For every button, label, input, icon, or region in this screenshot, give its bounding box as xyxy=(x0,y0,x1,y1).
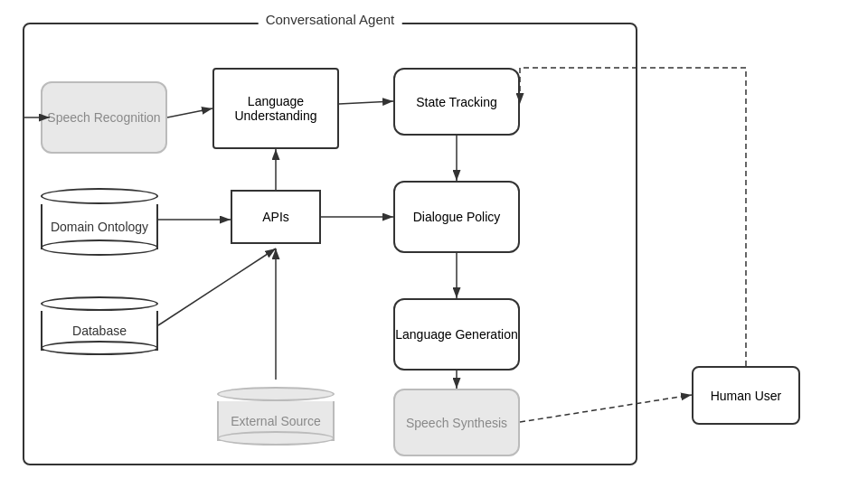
agent-label: Conversational Agent xyxy=(259,12,402,27)
domain-ontology-label: Domain Ontology xyxy=(51,220,148,234)
dialogue-policy-label: Dialogue Policy xyxy=(413,210,501,224)
speech-recognition-label: Speech Recognition xyxy=(47,110,160,125)
domain-ontology-node: Domain Ontology xyxy=(41,181,158,262)
speech-synthesis-label: Speech Synthesis xyxy=(406,416,507,430)
apis-node: APIs xyxy=(231,190,321,244)
diagram: Conversational Agent Human User Speech R… xyxy=(14,14,800,474)
external-source-label: External Source xyxy=(231,414,321,428)
state-tracking-node: State Tracking xyxy=(393,68,520,136)
human-user-box: Human User xyxy=(692,366,800,425)
language-generation-node: Language Generation xyxy=(393,298,520,371)
database-label: Database xyxy=(72,324,127,338)
speech-synthesis-node: Speech Synthesis xyxy=(393,389,520,456)
language-generation-label: Language Generation xyxy=(395,327,517,342)
speech-recognition-node: Speech Recognition xyxy=(41,81,167,154)
external-source-node: External Source xyxy=(217,380,335,452)
state-tracking-label: State Tracking xyxy=(416,95,497,109)
language-understanding-label: Language Understanding xyxy=(214,94,337,123)
language-understanding-node: Language Understanding xyxy=(212,68,339,149)
dialogue-policy-node: Dialogue Policy xyxy=(393,181,520,253)
human-user-label: Human User xyxy=(711,389,782,403)
database-node: Database xyxy=(41,289,158,361)
apis-label: APIs xyxy=(262,210,289,224)
